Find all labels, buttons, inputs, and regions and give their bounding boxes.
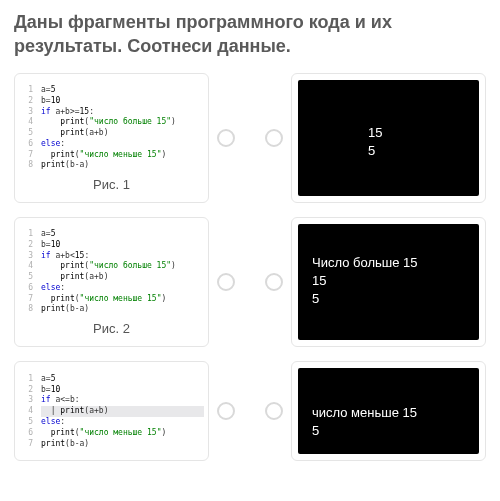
console-output-2: Число больше 15 15 5 xyxy=(298,224,479,340)
output-line: 15 xyxy=(312,272,465,290)
output-line: 5 xyxy=(312,422,465,440)
code-block-3: 1a=5 2b=10 3if a<=b: 4 | print(a+b) 5els… xyxy=(19,374,204,450)
output-line: Число больше 15 xyxy=(312,254,465,272)
code-block-2: 1a=5 2b=10 3if a+b<15: 4 print("число бо… xyxy=(19,229,204,315)
match-row-2: 1a=5 2b=10 3if a+b<15: 4 print("число бо… xyxy=(14,217,486,347)
output-line: число меньше 15 xyxy=(312,404,465,422)
code-caption-2: Рис. 2 xyxy=(93,321,130,336)
left-connector-2[interactable] xyxy=(217,273,235,291)
code-block-1: 1a=5 2b=10 3if a+b>=15: 4 print("число б… xyxy=(19,85,204,171)
output-line: 5 xyxy=(312,290,465,308)
match-row-1: 1a=5 2b=10 3if a+b>=15: 4 print("число б… xyxy=(14,73,486,203)
right-connector-3[interactable] xyxy=(265,402,283,420)
console-output-3: число меньше 15 5 xyxy=(298,368,479,454)
left-connector-3[interactable] xyxy=(217,402,235,420)
console-output-1: 15 5 xyxy=(298,80,479,196)
code-caption-1: Рис. 1 xyxy=(93,177,130,192)
output-card-1[interactable]: 15 5 xyxy=(291,73,486,203)
left-connector-1[interactable] xyxy=(217,129,235,147)
code-card-3[interactable]: 1a=5 2b=10 3if a<=b: 4 | print(a+b) 5els… xyxy=(14,361,209,461)
output-line: 15 xyxy=(368,124,465,142)
output-card-3[interactable]: число меньше 15 5 xyxy=(291,361,486,461)
right-connector-2[interactable] xyxy=(265,273,283,291)
output-card-2[interactable]: Число больше 15 15 5 xyxy=(291,217,486,347)
right-connector-1[interactable] xyxy=(265,129,283,147)
output-line: 5 xyxy=(368,142,465,160)
code-card-2[interactable]: 1a=5 2b=10 3if a+b<15: 4 print("число бо… xyxy=(14,217,209,347)
question-prompt: Даны фрагменты программного кода и их ре… xyxy=(14,10,486,59)
code-card-1[interactable]: 1a=5 2b=10 3if a+b>=15: 4 print("число б… xyxy=(14,73,209,203)
match-row-3: 1a=5 2b=10 3if a<=b: 4 | print(a+b) 5els… xyxy=(14,361,486,461)
